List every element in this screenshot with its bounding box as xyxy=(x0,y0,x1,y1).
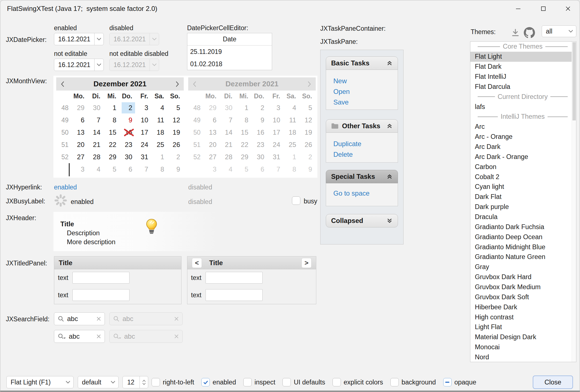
calendar-day-cell[interactable]: 2 xyxy=(168,151,184,163)
theme-list-item[interactable]: Flat Darcula xyxy=(470,82,572,92)
task-link[interactable]: Duplicate xyxy=(333,140,361,148)
theme-list-item[interactable]: Cyan light xyxy=(470,182,572,192)
taskpane-basic-header[interactable]: Basic Tasks xyxy=(326,56,398,70)
theme-list-item[interactable]: Arc Dark xyxy=(470,142,572,152)
calendar-day-cell[interactable]: 5 xyxy=(104,163,120,175)
text-input[interactable] xyxy=(206,272,263,284)
clear-icon[interactable] xyxy=(96,316,101,321)
calendar-day-cell[interactable]: 8 xyxy=(104,114,120,126)
calendar-day-cell[interactable]: 12 xyxy=(168,114,184,126)
calendar-day-cell[interactable]: 9 xyxy=(120,114,136,126)
chevron-down-icon[interactable] xyxy=(94,33,103,45)
search-field-dropdown-enabled[interactable]: abc xyxy=(54,330,105,343)
calendar-day-cell[interactable]: 11 xyxy=(152,114,168,126)
theme-list-item[interactable]: Dark Flat xyxy=(470,192,572,202)
checkbox-box[interactable] xyxy=(443,378,452,386)
checkbox-ui-defaults[interactable]: UI defaults xyxy=(282,378,325,386)
checkbox-background[interactable]: background xyxy=(390,378,436,386)
theme-list-item[interactable]: Arc - Orange xyxy=(470,132,572,142)
maximize-button[interactable] xyxy=(533,2,553,15)
calendar-day-cell[interactable]: 13 xyxy=(72,126,88,139)
minimize-button[interactable] xyxy=(508,2,528,15)
calendar-day-cell[interactable]: 15 xyxy=(104,126,120,139)
celleditor-table[interactable]: Date 25.11.201901.02.2018 xyxy=(187,33,272,70)
calendar-day-cell[interactable]: 30 xyxy=(88,102,104,114)
clear-icon[interactable] xyxy=(96,334,101,339)
calendar-day-cell[interactable]: 10 xyxy=(136,114,152,126)
calendar-day-cell[interactable]: 28 xyxy=(88,151,104,163)
busy-checkbox[interactable] xyxy=(292,196,300,205)
theme-list-item[interactable]: Nord xyxy=(470,352,572,362)
collapse-icon[interactable] xyxy=(386,174,393,180)
github-icon[interactable] xyxy=(523,27,536,39)
task-link[interactable]: Go to space xyxy=(333,189,369,197)
chevron-down-icon[interactable] xyxy=(94,59,103,71)
style-combobox[interactable]: default xyxy=(78,376,119,388)
calendar-day-cell[interactable]: 6 xyxy=(72,114,88,126)
calendar-day-cell[interactable]: 29 xyxy=(72,102,88,114)
theme-list-item[interactable]: Carbon xyxy=(470,162,572,172)
expand-icon[interactable] xyxy=(386,218,393,224)
themes-list[interactable]: Core ThemesFlat LightFlat DarkFlat Intel… xyxy=(470,41,576,362)
theme-list-item[interactable]: Gray xyxy=(470,262,572,272)
calendar-day-cell[interactable]: 7 xyxy=(136,163,152,175)
calendar-day-cell[interactable]: 5 xyxy=(168,102,184,114)
calendar-day-cell[interactable]: 21 xyxy=(88,139,104,151)
spinner-arrows-icon[interactable] xyxy=(140,376,148,388)
theme-list-item[interactable]: Light Flat xyxy=(470,322,572,332)
theme-list-item[interactable]: Gruvbox Dark Medium xyxy=(470,282,572,292)
search-field-enabled[interactable]: abc xyxy=(54,312,105,325)
close-button[interactable]: Close xyxy=(533,376,573,389)
checkbox-right-to-left[interactable]: right-to-left xyxy=(152,378,194,386)
theme-list-item[interactable]: Arc Dark - Orange xyxy=(470,152,572,162)
datepicker-enabled[interactable]: 16.12.2021 xyxy=(54,33,104,45)
theme-list-item[interactable]: lafs xyxy=(470,102,572,112)
calendar-day-cell[interactable]: 3 xyxy=(136,102,152,114)
checkbox-box[interactable] xyxy=(152,378,160,386)
busy-checkbox-label[interactable]: busy xyxy=(304,198,317,205)
title-bar[interactable]: FlatSwingXTest (Java 17; system scale fa… xyxy=(0,0,580,17)
scrollbar[interactable] xyxy=(572,42,576,362)
titled-panel-prev-button[interactable]: < xyxy=(192,258,202,268)
calendar-day-cell[interactable]: 16 xyxy=(120,126,136,139)
calendar-day-cell[interactable]: 17 xyxy=(136,126,152,139)
theme-list-item[interactable]: Gruvbox Dark Soft xyxy=(470,292,572,302)
task-link[interactable]: Open xyxy=(333,88,350,95)
theme-list-item[interactable]: Gradianto Nature Green xyxy=(470,252,572,262)
checkbox-inspect[interactable]: inspect xyxy=(243,378,275,386)
theme-list-item[interactable]: Gradianto Dark Fuchsia xyxy=(470,222,572,232)
calendar-day-cell[interactable]: 22 xyxy=(104,139,120,151)
calendar-day-cell[interactable]: 1 xyxy=(104,102,120,114)
scrollbar-thumb[interactable] xyxy=(572,42,576,120)
calendar-day-cell[interactable]: 23 xyxy=(120,139,136,151)
titled-panel-next-button[interactable]: > xyxy=(301,258,312,268)
search-dropdown-icon[interactable] xyxy=(58,333,66,340)
checkbox-box[interactable] xyxy=(282,378,291,386)
taskpane-other-header[interactable]: Other Tasks xyxy=(326,119,398,133)
table-column-header[interactable]: Date xyxy=(187,33,272,46)
calendar-day-cell[interactable]: 30 xyxy=(120,151,136,163)
lookandfeel-combobox[interactable]: Flat Light (F1) xyxy=(6,376,74,388)
close-window-button[interactable] xyxy=(558,2,578,15)
theme-list-item[interactable]: Dracula xyxy=(470,212,572,222)
calendar-day-cell[interactable]: 18 xyxy=(152,126,168,139)
theme-list-item[interactable]: High contrast xyxy=(470,312,572,322)
calendar-day-cell[interactable]: 3 xyxy=(72,163,88,175)
checkbox-box[interactable] xyxy=(333,378,341,386)
calendar-day-cell[interactable]: 6 xyxy=(120,163,136,175)
checkbox-box[interactable] xyxy=(390,378,399,386)
calendar-day-cell[interactable]: 7 xyxy=(88,114,104,126)
checkbox-enabled[interactable]: enabled xyxy=(201,378,236,386)
calendar-day-cell[interactable]: 14 xyxy=(88,126,104,139)
theme-list-item[interactable]: Arc xyxy=(470,122,572,132)
download-icon[interactable] xyxy=(510,27,521,38)
theme-list-item[interactable]: Material Design Dark xyxy=(470,332,572,342)
theme-list-item[interactable]: Hiberbee Dark xyxy=(470,302,572,312)
calendar-day-cell[interactable]: 8 xyxy=(152,163,168,175)
next-month-icon[interactable] xyxy=(175,81,179,87)
text-input[interactable] xyxy=(206,289,263,301)
calendar-day-cell[interactable]: 4 xyxy=(88,163,104,175)
theme-list-item[interactable]: Flat IntelliJ xyxy=(470,72,572,82)
table-row[interactable]: 01.02.2018 xyxy=(187,58,272,70)
checkbox-explicit-colors[interactable]: explicit colors xyxy=(333,378,383,386)
